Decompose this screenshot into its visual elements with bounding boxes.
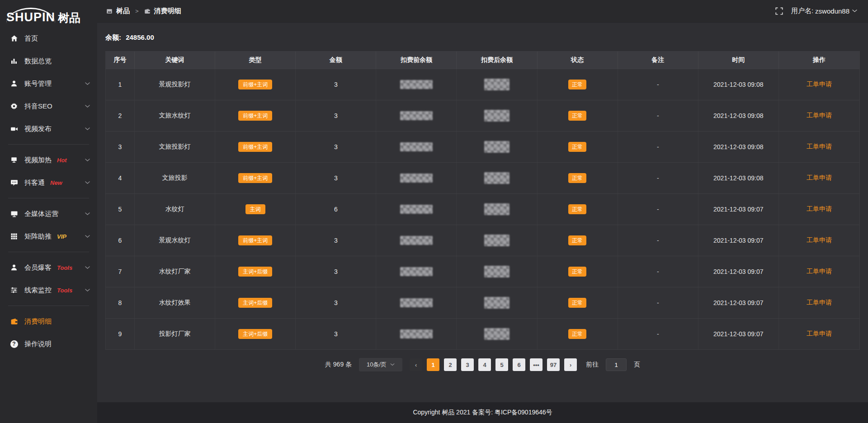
col-header-no: 序号 <box>106 52 135 69</box>
ticket-apply-link[interactable]: 工单申请 <box>807 174 832 182</box>
cell-remark: - <box>618 287 698 318</box>
sidebar-item-label: 抖音SEO <box>24 102 52 111</box>
page-button-6[interactable]: 6 <box>513 358 525 371</box>
table-header-row: 序号 关键词 类型 金额 扣费前余额 扣费后余额 状态 备注 时间 操作 <box>106 52 859 69</box>
sidebar-item-douketong[interactable]: 抖客通 New <box>0 171 97 194</box>
page-button-1[interactable]: 1 <box>427 358 439 371</box>
chevron-down-icon <box>390 363 395 366</box>
cell-remark: - <box>618 319 698 349</box>
sidebar-item-label: 消费明细 <box>24 317 52 326</box>
page-button-3[interactable]: 3 <box>461 358 474 371</box>
sidebar-item-home[interactable]: 首页 <box>0 27 97 50</box>
fullscreen-icon[interactable] <box>775 7 783 15</box>
video-camera-icon <box>10 125 18 133</box>
table-row: 8 水纹灯效果 主词+后缀 3 正常 - 2021-12-03 09:07 工单… <box>106 287 859 318</box>
sidebar-item-matrix-boost[interactable]: 矩阵助推 VIP <box>0 225 97 248</box>
sidebar-item-video-publish[interactable]: 视频发布 <box>0 118 97 140</box>
content: 余额: 24856.00 序号 关键词 类型 金额 扣费前余额 扣费后余额 状态… <box>97 23 868 402</box>
masked-balance-before <box>400 236 433 245</box>
main-area: 树品 > 消费明细 用户名: zswodun88 余额: 24856.00 <box>97 0 868 423</box>
sidebar-item-media-operation[interactable]: 全媒体运营 <box>0 202 97 225</box>
ticket-apply-link[interactable]: 工单申请 <box>807 205 832 213</box>
type-badge: 前缀+主词 <box>238 142 272 152</box>
sidebar-item-label: 会员爆客 <box>24 263 52 272</box>
grid-icon <box>10 232 18 240</box>
sidebar-item-video-heat[interactable]: 视频加热 Hot <box>0 149 97 171</box>
page-size-value: 10条/页 <box>367 361 387 369</box>
ticket-apply-link[interactable]: 工单申请 <box>807 330 832 338</box>
ticket-apply-link[interactable]: 工单申请 <box>807 143 832 151</box>
ticket-apply-link[interactable]: 工单申请 <box>807 236 832 244</box>
cell-no: 2 <box>106 100 135 131</box>
cell-amount: 3 <box>296 100 376 131</box>
wallet-icon <box>144 8 151 14</box>
sliders-icon <box>10 286 18 294</box>
page-button-5[interactable]: 5 <box>495 358 508 371</box>
page-button-4[interactable]: 4 <box>478 358 491 371</box>
cell-keyword: 景观投影灯 <box>135 69 215 100</box>
type-badge: 前缀+主词 <box>238 235 272 245</box>
cell-remark: - <box>618 225 698 256</box>
goto-page-input[interactable] <box>606 358 627 371</box>
table-row: 4 文旅投影 前缀+主词 3 正常 - 2021-12-03 09:08 工单申… <box>106 162 859 193</box>
breadcrumb-item-home[interactable]: 树品 <box>116 7 130 15</box>
cell-keyword: 水纹灯 <box>135 194 215 225</box>
sidebar-menu: 首页 数据总览 账号管理 抖音SEO 视频发布 <box>0 26 97 423</box>
cell-no: 8 <box>106 287 135 318</box>
ticket-apply-link[interactable]: 工单申请 <box>807 80 832 89</box>
sidebar-item-clue-monitor[interactable]: 线索监控 Tools <box>0 279 97 301</box>
tools-tag: Tools <box>57 264 72 271</box>
brand-logo[interactable]: SHUPIN 树品 <box>0 0 97 26</box>
col-header-keyword: 关键词 <box>135 52 215 69</box>
cell-time: 2021-12-03 09:07 <box>698 256 779 287</box>
user-icon <box>10 80 18 88</box>
sidebar-item-label: 抖客通 <box>24 179 45 187</box>
sidebar-item-consumption-detail[interactable]: 消费明细 <box>0 310 97 333</box>
col-header-remark: 备注 <box>618 52 698 69</box>
page-size-select[interactable]: 10条/页 <box>359 358 402 371</box>
masked-balance-after <box>484 110 509 122</box>
masked-balance-after <box>484 235 509 246</box>
prev-page-button[interactable]: ‹ <box>410 358 422 371</box>
screen-icon <box>10 156 18 164</box>
sidebar-item-douyin-seo[interactable]: 抖音SEO <box>0 95 97 118</box>
type-badge: 主词+后缀 <box>238 267 272 277</box>
cell-time: 2021-12-03 09:07 <box>698 194 779 225</box>
sidebar-item-account[interactable]: 账号管理 <box>0 72 97 95</box>
status-badge: 正常 <box>568 204 586 214</box>
status-badge: 正常 <box>568 267 586 277</box>
col-header-amount: 金额 <box>296 52 376 69</box>
type-badge: 主词 <box>245 204 265 214</box>
cell-no: 3 <box>106 132 135 162</box>
sidebar-item-help[interactable]: ? 操作说明 <box>0 333 97 355</box>
cell-amount: 6 <box>296 194 376 225</box>
user-menu[interactable]: 用户名: zswodun88 <box>791 7 857 15</box>
cell-keyword: 文旅投影灯 <box>135 132 215 162</box>
balance-value: 24856.00 <box>126 33 154 41</box>
cell-remark: - <box>618 163 698 193</box>
ticket-apply-link[interactable]: 工单申请 <box>807 268 832 276</box>
chevron-down-icon <box>85 212 90 216</box>
cell-time: 2021-12-03 09:08 <box>698 163 779 193</box>
ticket-apply-link[interactable]: 工单申请 <box>807 112 832 120</box>
more-pages-button[interactable]: ••• <box>530 358 542 371</box>
col-header-balance-before: 扣费前余额 <box>376 52 457 69</box>
next-page-button[interactable]: › <box>564 358 577 371</box>
masked-balance-after <box>484 266 509 277</box>
type-badge: 主词+后缀 <box>238 329 272 339</box>
table-row: 9 投影灯厂家 主词+后缀 3 正常 - 2021-12-03 09:07 工单… <box>106 318 859 349</box>
page-button-97[interactable]: 97 <box>547 358 560 371</box>
page-button-2[interactable]: 2 <box>444 358 457 371</box>
sidebar-item-member-burst[interactable]: 会员爆客 Tools <box>0 256 97 279</box>
chevron-down-icon <box>85 105 90 108</box>
sidebar-item-label: 账号管理 <box>24 80 52 88</box>
sidebar-item-data-overview[interactable]: 数据总览 <box>0 50 97 72</box>
breadcrumb-item-current[interactable]: 消费明细 <box>154 7 181 15</box>
status-badge: 正常 <box>568 142 586 152</box>
footer: Copyright 树品 2021 备案号: 粤ICP备09019646号 <box>97 402 868 423</box>
cell-remark: - <box>618 69 698 100</box>
breadcrumb: 树品 > 消费明细 <box>106 7 181 15</box>
ticket-apply-link[interactable]: 工单申请 <box>807 299 832 307</box>
cell-amount: 3 <box>296 287 376 318</box>
masked-balance-before <box>400 174 433 183</box>
